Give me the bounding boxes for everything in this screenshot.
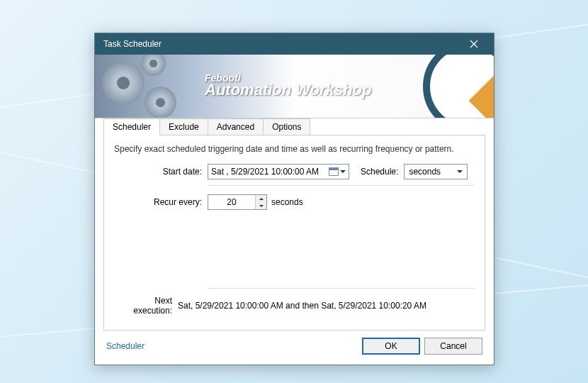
separator [208, 288, 475, 289]
brand-big: Automation Workshop [205, 81, 371, 99]
separator [208, 185, 475, 186]
spin-down-button[interactable] [256, 202, 266, 209]
tab-options[interactable]: Options [263, 118, 310, 135]
ok-button[interactable]: OK [362, 338, 420, 355]
calendar-icon[interactable] [329, 167, 339, 176]
description-text: Specify exact scheduled triggering date … [114, 144, 475, 154]
chevron-down-icon [457, 170, 463, 173]
schedule-value: seconds [409, 167, 441, 177]
titlebar[interactable]: Task Scheduler [95, 33, 494, 55]
tab-advanced[interactable]: Advanced [208, 118, 264, 135]
tab-scheduler[interactable]: Scheduler [103, 118, 160, 135]
next-exec-value: Sat, 5/29/2021 10:00:00 AM and then Sat,… [178, 301, 426, 311]
tab-content: Specify exact scheduled triggering date … [103, 135, 485, 331]
schedule-select[interactable]: seconds [404, 164, 468, 179]
task-scheduler-window: Task Scheduler Febooti Automation Worksh… [94, 33, 494, 365]
gear-icon [145, 87, 176, 118]
dialog-footer: Scheduler OK Cancel [103, 331, 485, 356]
next-exec-label: Next execution: [114, 296, 178, 316]
close-icon [470, 40, 478, 48]
recur-label: Recur every: [114, 197, 208, 207]
start-date-input[interactable]: Sat , 5/29/2021 10:00:00 AM [208, 164, 349, 179]
banner-text: Febooti Automation Workshop [205, 72, 371, 99]
gear-icon [141, 55, 166, 76]
start-date-value: Sat , 5/29/2021 10:00:00 AM [211, 167, 319, 177]
schedule-label: Schedule: [361, 167, 398, 177]
recur-value-input[interactable] [208, 195, 255, 209]
window-title: Task Scheduler [101, 39, 460, 49]
scheduler-link[interactable]: Scheduler [106, 341, 145, 351]
gear-icon [102, 62, 145, 104]
banner: Febooti Automation Workshop [95, 55, 494, 118]
tab-exclude[interactable]: Exclude [159, 118, 208, 135]
chevron-down-icon[interactable] [340, 170, 346, 173]
recur-spinner[interactable] [208, 194, 267, 210]
start-date-label: Start date: [114, 167, 208, 177]
spin-up-button[interactable] [256, 195, 266, 202]
close-button[interactable] [460, 34, 488, 54]
tab-strip: Scheduler Exclude Advanced Options [103, 118, 485, 135]
recur-unit: seconds [271, 197, 303, 207]
cancel-button[interactable]: Cancel [424, 338, 482, 355]
clock-icon [423, 55, 494, 118]
